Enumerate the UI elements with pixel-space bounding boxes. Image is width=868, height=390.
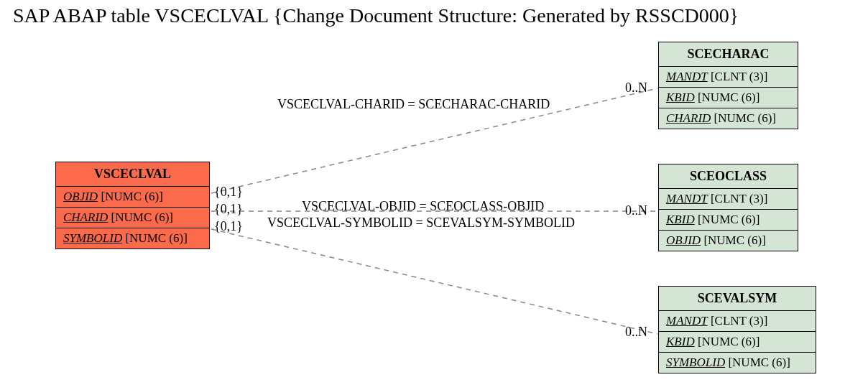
field-name: MANDT — [666, 192, 708, 205]
field-type: [NUMC (6)] — [714, 111, 776, 125]
table-row: MANDT [CLNT (3)] — [659, 311, 816, 332]
field-name: MANDT — [666, 70, 708, 83]
table-row: CHARID [NUMC (6)] — [659, 108, 798, 129]
field-type: [CLNT (3)] — [711, 70, 767, 83]
page-title: SAP ABAP table VSCECLVAL {Change Documen… — [0, 4, 868, 27]
table-row: SYMBOLID [NUMC (6)] — [659, 353, 816, 373]
cardinality-right: 0..N — [625, 203, 647, 218]
table-row: KBID [NUMC (6)] — [659, 88, 798, 108]
table-vsceclval: VSCECLVAL OBJID [NUMC (6)] CHARID [NUMC … — [55, 162, 210, 249]
table-header: SCEOCLASS — [659, 164, 798, 189]
field-name: OBJID — [63, 190, 98, 203]
table-header: SCECHARAC — [659, 42, 798, 67]
cardinality-left: {0,1} — [214, 202, 243, 217]
field-name: CHARID — [666, 111, 711, 125]
table-header: VSCECLVAL — [56, 162, 209, 187]
cardinality-right: 0..N — [625, 325, 647, 340]
field-name: OBJID — [666, 233, 701, 247]
table-row: KBID [NUMC (6)] — [659, 210, 798, 231]
field-name: KBID — [666, 213, 695, 226]
table-row: MANDT [CLNT (3)] — [659, 67, 798, 88]
field-type: [NUMC (6)] — [698, 213, 760, 226]
field-type: [CLNT (3)] — [711, 192, 767, 205]
field-name: MANDT — [666, 314, 708, 328]
field-type: [NUMC (6)] — [125, 231, 187, 245]
field-name: CHARID — [63, 210, 108, 224]
cardinality-left: {0,1} — [214, 185, 243, 200]
table-scecharac: SCECHARAC MANDT [CLNT (3)] KBID [NUMC (6… — [658, 42, 798, 129]
field-type: [NUMC (6)] — [101, 190, 162, 203]
field-type: [CLNT (3)] — [711, 314, 767, 328]
table-row: SYMBOLID [NUMC (6)] — [56, 228, 209, 249]
table-row: KBID [NUMC (6)] — [659, 332, 816, 353]
field-type: [NUMC (6)] — [111, 210, 173, 224]
table-row: OBJID [NUMC (6)] — [56, 187, 209, 208]
field-type: [NUMC (6)] — [698, 90, 760, 104]
table-row: CHARID [NUMC (6)] — [56, 208, 209, 228]
field-name: KBID — [666, 335, 695, 348]
diagram-canvas: { "title": "SAP ABAP table VSCECLVAL {Ch… — [0, 0, 868, 390]
cardinality-left: {0,1} — [214, 219, 243, 234]
field-type: [NUMC (6)] — [698, 335, 760, 348]
relationship-label: VSCECLVAL-CHARID = SCECHARAC-CHARID — [277, 97, 550, 112]
svg-line-2 — [211, 229, 657, 334]
table-row: OBJID [NUMC (6)] — [659, 231, 798, 251]
relationship-label: VSCECLVAL-SYMBOLID = SCEVALSYM-SYMBOLID — [267, 215, 575, 231]
table-sceoclass: SCEOCLASS MANDT [CLNT (3)] KBID [NUMC (6… — [658, 164, 798, 251]
table-scevalsym: SCEVALSYM MANDT [CLNT (3)] KBID [NUMC (6… — [658, 286, 816, 373]
field-type: [NUMC (6)] — [728, 356, 790, 369]
table-row: MANDT [CLNT (3)] — [659, 189, 798, 210]
relationship-label: VSCECLVAL-OBJID = SCEOCLASS-OBJID — [302, 199, 544, 214]
cardinality-right: 0..N — [625, 80, 647, 96]
field-name: SYMBOLID — [666, 356, 725, 369]
field-name: SYMBOLID — [63, 231, 122, 245]
field-type: [NUMC (6)] — [703, 233, 765, 247]
field-name: KBID — [666, 90, 695, 104]
table-header: SCEVALSYM — [659, 287, 816, 311]
